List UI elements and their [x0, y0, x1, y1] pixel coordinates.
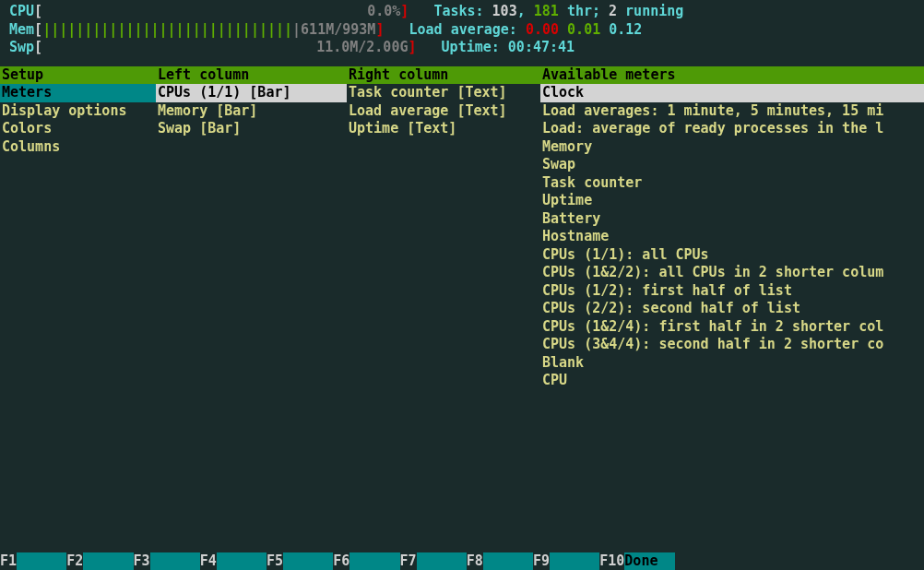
setup-item-colors[interactable]: Colors — [0, 120, 156, 138]
available-item[interactable]: Swap — [540, 156, 924, 174]
available-header: Available meters — [540, 66, 924, 85]
available-item[interactable]: CPUs (1&2/2): all CPUs in 2 shorter colu… — [540, 264, 924, 282]
available-item[interactable]: CPUs (1/1): all CPUs — [540, 246, 924, 265]
available-item[interactable]: CPUs (3&4/4): second half in 2 shorter c… — [540, 336, 924, 354]
f6-key[interactable]: F6 — [333, 552, 399, 569]
left-column-header: Left column — [156, 66, 347, 85]
available-item[interactable]: Load: average of ready processes in the … — [540, 120, 924, 138]
available-item[interactable]: Blank — [540, 354, 924, 373]
f8-key[interactable]: F8 — [467, 552, 533, 569]
f1-key[interactable]: F1 — [0, 552, 66, 569]
f4-key[interactable]: F4 — [200, 552, 267, 569]
function-key-bar: F1 F2 F3 F4 F5 F6 F7 F8 F9 F10Done — [0, 552, 924, 571]
right-item-task[interactable]: Task counter [Text] — [347, 84, 540, 102]
left-item-cpus[interactable]: CPUs (1/1) [Bar] — [156, 84, 347, 102]
available-item[interactable]: Task counter — [540, 174, 924, 193]
f3-key[interactable]: F3 — [134, 552, 200, 569]
setup-item-columns[interactable]: Columns — [0, 138, 156, 157]
available-item[interactable]: Load averages: 1 minute, 5 minutes, 15 m… — [540, 102, 924, 121]
f7-key[interactable]: F7 — [400, 552, 467, 569]
right-column-pane: Right column Task counter [Text] Load av… — [347, 66, 540, 390]
swp-meter: Swp[11.0M/2.00G] Uptime: 00:47:41 — [9, 39, 915, 57]
available-item[interactable]: CPU — [540, 372, 924, 390]
right-column-header: Right column — [347, 66, 540, 85]
setup-header: Setup — [0, 66, 156, 85]
right-item-load[interactable]: Load average [Text] — [347, 102, 540, 121]
available-item[interactable]: Uptime — [540, 192, 924, 210]
right-item-uptime[interactable]: Uptime [Text] — [347, 120, 540, 138]
available-item[interactable]: Hostname — [540, 228, 924, 246]
f10-key[interactable]: F10Done — [599, 552, 674, 569]
setup-pane: Setup Meters Display options Colors Colu… — [0, 66, 156, 390]
setup-panes: Setup Meters Display options Colors Colu… — [0, 66, 924, 390]
f2-key[interactable]: F2 — [66, 552, 133, 569]
setup-item-meters[interactable]: Meters — [0, 84, 156, 102]
available-item[interactable]: Memory — [540, 138, 924, 157]
mem-meter: Mem[|||||||||||||||||||||||||||||||611M/… — [9, 21, 915, 40]
available-pane: Available meters Clock Load averages: 1 … — [540, 66, 924, 390]
left-item-swap[interactable]: Swap [Bar] — [156, 120, 347, 138]
f5-key[interactable]: F5 — [267, 552, 333, 569]
available-item[interactable]: Clock — [540, 84, 924, 102]
setup-item-display[interactable]: Display options — [0, 102, 156, 121]
left-column-pane: Left column CPUs (1/1) [Bar] Memory [Bar… — [156, 66, 347, 390]
available-item[interactable]: CPUs (1&2/4): first half in 2 shorter co… — [540, 318, 924, 337]
cpu-meter: CPU[0.0%] Tasks: 103, 181 thr; 2 running — [9, 3, 915, 21]
f9-key[interactable]: F9 — [533, 552, 599, 569]
available-item[interactable]: CPUs (1/2): first half of list — [540, 282, 924, 301]
meters-header: CPU[0.0%] Tasks: 103, 181 thr; 2 running… — [0, 0, 924, 66]
left-item-memory[interactable]: Memory [Bar] — [156, 102, 347, 121]
available-item[interactable]: CPUs (2/2): second half of list — [540, 300, 924, 318]
available-item[interactable]: Battery — [540, 210, 924, 229]
